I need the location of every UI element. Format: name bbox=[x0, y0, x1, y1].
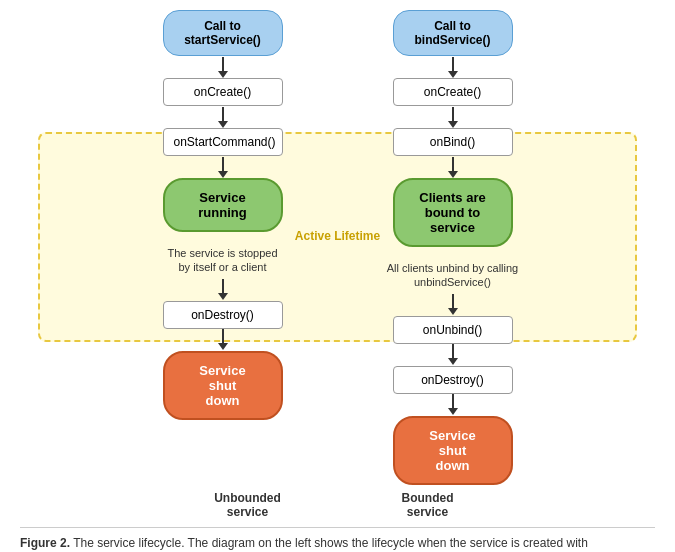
ondestroy-right: onDestroy() bbox=[393, 366, 513, 394]
onstartcommand-node: onStartCommand() bbox=[163, 128, 283, 156]
oncreate-right: onCreate() bbox=[393, 78, 513, 106]
arrow-3-right bbox=[448, 156, 458, 178]
bounded-label: Bounded service bbox=[368, 491, 488, 519]
columns-wrapper: Call to startService() onCreate() onStar… bbox=[20, 10, 655, 485]
arrow-6-right bbox=[448, 394, 458, 416]
arrow-4-left bbox=[218, 279, 228, 301]
arrow-5-right bbox=[448, 344, 458, 366]
caption-figure: Figure 2. bbox=[20, 536, 70, 550]
unbounded-label: Unbounded service bbox=[188, 491, 308, 519]
shutdown-right: Service shut down bbox=[393, 416, 513, 485]
left-column: Call to startService() onCreate() onStar… bbox=[138, 10, 308, 485]
page: Active Lifetime Call to startService() o… bbox=[0, 0, 675, 552]
clients-note: All clients unbind by calling unbindServ… bbox=[383, 261, 523, 290]
arrow-3-left bbox=[218, 156, 228, 178]
caption: Figure 2. The service lifecycle. The dia… bbox=[20, 527, 655, 552]
onunbind-node: onUnbind() bbox=[393, 316, 513, 344]
ondestroy-left: onDestroy() bbox=[163, 301, 283, 329]
service-running-note: The service is stopped by itself or a cl… bbox=[153, 246, 293, 275]
start-service-node: Call to startService() bbox=[163, 10, 283, 56]
right-column: Call to bindService() onCreate() onBind(… bbox=[368, 10, 538, 485]
shutdown-left: Service shut down bbox=[163, 351, 283, 420]
arrow-2-left bbox=[218, 106, 228, 128]
arrow-2-right bbox=[448, 106, 458, 128]
clients-bound-node: Clients are bound to service bbox=[393, 178, 513, 247]
arrow-1-right bbox=[448, 56, 458, 78]
arrow-1-left bbox=[218, 56, 228, 78]
arrow-4-right bbox=[448, 294, 458, 316]
service-running-node: Service running bbox=[163, 178, 283, 232]
bottom-labels: Unbounded service Bounded service bbox=[20, 491, 655, 519]
bind-service-node: Call to bindService() bbox=[393, 10, 513, 56]
arrow-5-left bbox=[218, 329, 228, 351]
oncreate-left: onCreate() bbox=[163, 78, 283, 106]
diagram-container: Active Lifetime Call to startService() o… bbox=[20, 10, 655, 519]
onbind-node: onBind() bbox=[393, 128, 513, 156]
caption-text1: The service lifecycle. The diagram on th… bbox=[70, 536, 588, 550]
